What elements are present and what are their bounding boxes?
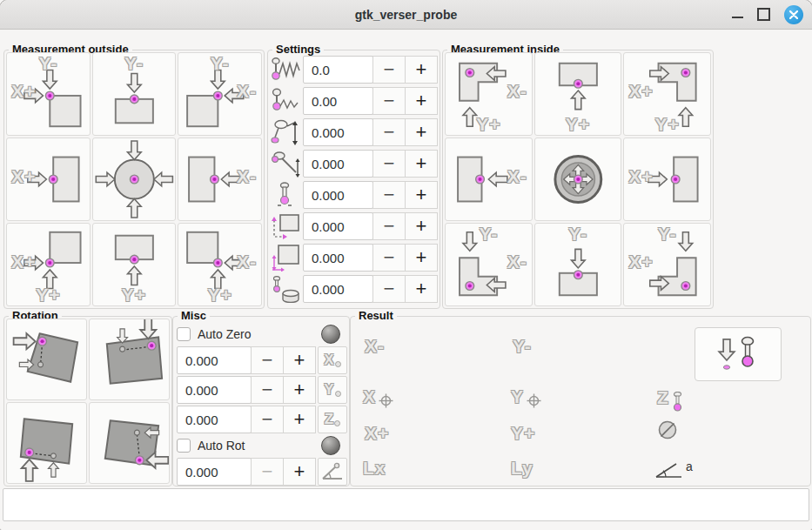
spin-decrement-button[interactable]: −: [372, 212, 406, 240]
maximize-icon: [757, 8, 770, 21]
spin-increment-button[interactable]: +: [405, 181, 438, 209]
probe-out-edge-bottom-button[interactable]: Y+: [92, 223, 177, 306]
spin-increment-button[interactable]: +: [405, 212, 438, 240]
zero-y-input[interactable]: [177, 376, 252, 404]
settings-row: − +: [270, 212, 438, 240]
probe-depth-input[interactable]: [303, 181, 373, 209]
probe-in-edge-top-button[interactable]: Y+: [534, 52, 622, 136]
angle-probe-icon: [321, 462, 344, 481]
probe-out-edge-right-button[interactable]: X-: [178, 138, 262, 221]
axis-label: Y+: [208, 285, 232, 305]
spin-increment-button[interactable]: +: [283, 406, 316, 433]
probe-in-hole-button[interactable]: [534, 138, 622, 221]
spin-increment-button[interactable]: +: [283, 458, 316, 486]
spin-decrement-button[interactable]: −: [372, 275, 406, 303]
spin-decrement-button[interactable]: −: [251, 406, 284, 433]
probe-out-edge-top-button[interactable]: Y-: [92, 52, 177, 136]
probe-latch-distance-input[interactable]: [303, 150, 373, 178]
status-output[interactable]: [3, 488, 809, 521]
axis-letter: Z: [325, 411, 333, 428]
probe-in-corner-bl-button[interactable]: Y- X-: [445, 223, 533, 306]
result-y-plus: Y+: [511, 423, 535, 444]
misc-frame: Misc Auto Zero − + X − + Y − +: [172, 316, 350, 486]
xy-clearance-input[interactable]: [303, 212, 373, 240]
axis-label: Y-: [479, 224, 498, 245]
spin-decrement-button[interactable]: −: [372, 150, 406, 178]
edge-length-icon: [270, 244, 303, 272]
probe-side-travel-input[interactable]: [303, 118, 373, 146]
probe-out-corner-br-button[interactable]: X- Y+: [178, 223, 262, 306]
rotate-probe-top-edge-button[interactable]: [89, 319, 170, 400]
spin-increment-button[interactable]: +: [405, 275, 438, 303]
rotate-probe-right-edge-button[interactable]: [89, 402, 170, 484]
probe-in-corner-tr-button[interactable]: X+ Y+: [623, 52, 711, 136]
probe-out-corner-tr-button[interactable]: Y- X-: [178, 52, 262, 136]
spin-decrement-button[interactable]: −: [251, 458, 284, 486]
spin-decrement-button[interactable]: −: [251, 376, 284, 404]
axis-label: Y+: [655, 114, 680, 135]
rotation-frame: Rotation: [3, 316, 172, 486]
axis-label: X-: [507, 81, 527, 102]
auto-rot-checkbox[interactable]: [177, 439, 191, 453]
spin-decrement-button[interactable]: −: [372, 181, 406, 209]
spin-increment-button[interactable]: +: [405, 244, 438, 272]
auto-zero-checkbox[interactable]: [177, 327, 191, 341]
axis-label: Y+: [566, 114, 590, 135]
probe-feed-input[interactable]: [303, 87, 373, 115]
probe-in-corner-br-button[interactable]: Y- X+: [623, 223, 711, 306]
edge-length-input[interactable]: [303, 244, 373, 272]
spin-increment-button[interactable]: +: [283, 346, 316, 374]
probe-out-corner-tl-button[interactable]: Y- X+: [6, 52, 91, 136]
zero-x-input[interactable]: [177, 346, 252, 374]
spin-increment-button[interactable]: +: [405, 87, 438, 115]
spin-decrement-button[interactable]: −: [372, 118, 406, 146]
spin-increment-button[interactable]: +: [405, 56, 438, 84]
axis-label: Y-: [38, 53, 57, 74]
zero-y-button[interactable]: Y: [318, 376, 347, 404]
probe-in-edge-right-button[interactable]: X+: [623, 138, 711, 221]
spin-decrement-button[interactable]: −: [372, 244, 406, 272]
minimize-button[interactable]: [732, 11, 743, 18]
axis-letter: X: [324, 352, 333, 369]
axis-label: Y-: [658, 224, 677, 245]
zero-z-input[interactable]: [177, 406, 252, 433]
axis-label: Y-: [211, 53, 230, 74]
settings-row: − +: [270, 244, 438, 272]
probe-down-button[interactable]: [695, 327, 782, 381]
block-height-input[interactable]: [303, 275, 373, 303]
result-label: Result: [355, 309, 397, 322]
search-feed-input[interactable]: [303, 56, 373, 84]
close-button[interactable]: [784, 5, 803, 24]
set-angle-button[interactable]: [318, 458, 347, 486]
probe-out-circle-button[interactable]: [92, 138, 177, 221]
result-x-position: X: [363, 385, 393, 408]
maximize-button[interactable]: [757, 8, 770, 21]
result-frame: Result X- Y- X Y Z: [350, 316, 811, 486]
rotate-probe-left-edge-button[interactable]: [6, 319, 87, 400]
settings-row: − +: [270, 181, 438, 209]
zero-x-button[interactable]: X: [318, 346, 347, 374]
spin-increment-button[interactable]: +: [405, 150, 438, 178]
rotation-angle-input[interactable]: [177, 458, 252, 486]
rotation-right-edge-icon: [90, 403, 169, 483]
spin-increment-button[interactable]: +: [405, 118, 438, 146]
probe-out-edge-left-button[interactable]: X+: [6, 138, 91, 221]
measurement-inside-frame: Measurement inside X- Y+ Y+: [442, 50, 714, 309]
position-crosshair-icon: [379, 393, 393, 408]
probe-side-travel-icon: [270, 118, 303, 146]
probe-out-corner-bl-button[interactable]: X+ Y+: [6, 223, 91, 306]
probe-depth-icon: [270, 181, 303, 209]
zero-z-button[interactable]: Z: [318, 406, 347, 433]
rotate-probe-bottom-edge-button[interactable]: [6, 402, 87, 484]
spin-increment-button[interactable]: +: [283, 376, 316, 404]
spin-decrement-button[interactable]: −: [372, 87, 406, 115]
probe-in-edge-left-button[interactable]: X-: [445, 138, 533, 221]
spin-decrement-button[interactable]: −: [251, 346, 284, 374]
probe-in-edge-bottom-button[interactable]: Y-: [534, 223, 622, 306]
result-angle: a: [655, 460, 693, 480]
rotation-top-edge-icon: [90, 319, 169, 399]
result-diameter: [657, 419, 678, 440]
minimize-icon: [732, 17, 743, 18]
spin-decrement-button[interactable]: −: [372, 56, 406, 84]
probe-in-corner-tl-button[interactable]: X- Y+: [445, 52, 533, 136]
